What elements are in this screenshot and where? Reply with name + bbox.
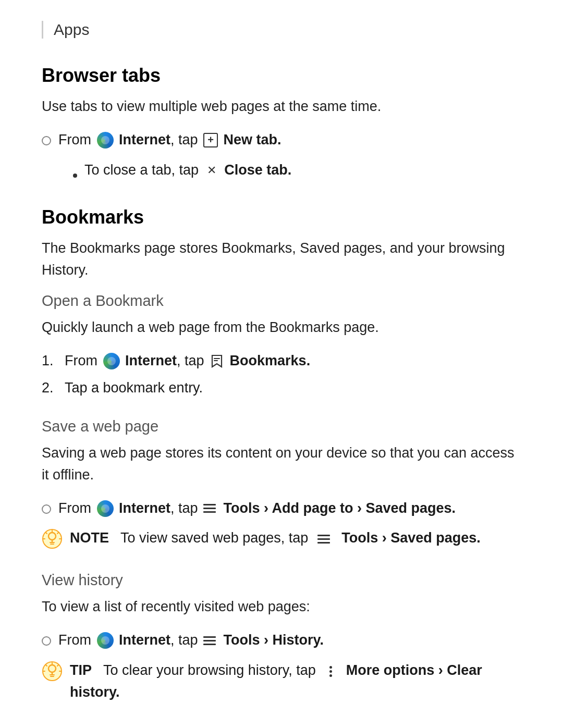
save-webpage-step1: From Internet , tap Tools › Add page to …: [42, 498, 521, 521]
save-webpage-subsection: Save a web page Saving a web page stores…: [42, 418, 521, 553]
internet-icon-1: [97, 132, 114, 149]
browser-tabs-description: Use tabs to view multiple web pages at t…: [42, 96, 521, 118]
svg-line-6: [46, 533, 47, 534]
step1-number: 1.: [42, 350, 57, 372]
header-title: Apps: [54, 21, 89, 39]
hamburger-icon-3: [203, 633, 218, 648]
open-bookmark-step1: 1. From Internet , tap Bookmarks.: [42, 350, 521, 372]
open-bookmark-subsection: Open a Bookmark Quickly launch a web pag…: [42, 292, 521, 399]
lightbulb-icon-2: [42, 661, 63, 685]
bookmark-icon: [210, 354, 224, 368]
view-history-step1: From Internet , tap Tools › History.: [42, 630, 521, 652]
internet-icon-4: [97, 632, 114, 649]
lightbulb-icon-1: [42, 528, 63, 553]
browser-tabs-section: Browser tabs Use tabs to view multiple w…: [42, 65, 521, 181]
dots-icon: [326, 664, 336, 678]
open-bookmark-step1-content: From Internet , tap Bookmarks.: [65, 350, 310, 372]
circle-bullet-icon-2: [42, 499, 51, 521]
internet-icon-3: [97, 500, 114, 517]
browser-tabs-step1-content: From Internet , tap + New tab.: [58, 129, 282, 151]
circle-bullet-icon-3: [42, 631, 51, 652]
browser-tabs-step1: From Internet , tap + New tab.: [42, 129, 521, 152]
tip-text-1: TIP To clear your browsing history, tap …: [70, 660, 521, 704]
svg-line-16: [46, 665, 47, 666]
bookmarks-title: Bookmarks: [42, 206, 521, 228]
x-icon: ✕: [204, 163, 219, 178]
page-header: Apps: [42, 21, 521, 39]
bookmarks-section: Bookmarks The Bookmarks page stores Book…: [42, 206, 521, 704]
view-history-subtitle: View history: [42, 572, 521, 589]
hamburger-icon-1: [203, 501, 218, 516]
save-webpage-subtitle: Save a web page: [42, 418, 521, 435]
view-history-subsection: View history To view a list of recently …: [42, 572, 521, 703]
note-text-1: NOTE To view saved web pages, tap Tools …: [70, 527, 481, 549]
bookmarks-description: The Bookmarks page stores Bookmarks, Sav…: [42, 238, 521, 281]
hamburger-icon-2: [317, 532, 332, 546]
internet-icon-2: [103, 353, 120, 369]
plus-icon: +: [203, 133, 218, 147]
svg-line-7: [57, 533, 58, 534]
dot-bullet-icon: [73, 165, 77, 181]
save-webpage-step1-content: From Internet , tap Tools › Add page to …: [58, 498, 456, 520]
open-bookmark-subtitle: Open a Bookmark: [42, 292, 521, 310]
save-webpage-description: Saving a web page stores its content on …: [42, 442, 521, 486]
tip-box-1: TIP To clear your browsing history, tap …: [42, 660, 521, 704]
browser-tabs-substep1: To close a tab, tap ✕ Close tab.: [73, 159, 521, 181]
view-history-step1-content: From Internet , tap Tools › History.: [58, 630, 324, 651]
svg-line-17: [57, 665, 58, 666]
browser-tabs-title: Browser tabs: [42, 65, 521, 87]
open-bookmark-step2-text: Tap a bookmark entry.: [65, 377, 203, 399]
circle-bullet-icon: [42, 130, 51, 152]
browser-tabs-substep1-content: To close a tab, tap ✕ Close tab.: [84, 159, 291, 181]
step2-number: 2.: [42, 377, 57, 399]
open-bookmark-step2: 2. Tap a bookmark entry.: [42, 377, 521, 399]
view-history-description: To view a list of recently visited web p…: [42, 596, 521, 618]
open-bookmark-description: Quickly launch a web page from the Bookm…: [42, 317, 521, 339]
note-box-1: NOTE To view saved web pages, tap Tools …: [42, 527, 521, 553]
